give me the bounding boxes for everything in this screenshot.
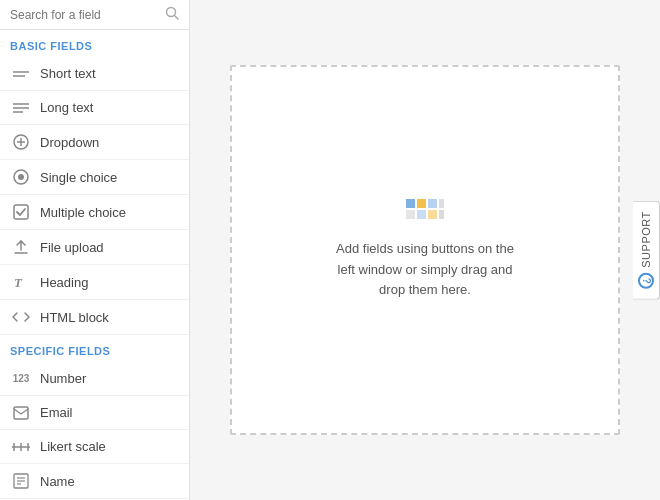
svg-line-1 [175,16,179,20]
number-icon: 123 [10,373,32,384]
long-text-icon [10,102,32,114]
email-label: Email [40,405,73,420]
svg-rect-28 [406,210,415,219]
name-label: Name [40,474,75,489]
heading-icon: T [10,274,32,290]
field-item-multiple-choice[interactable]: Multiple choice [0,195,189,230]
specific-fields-label: SPECIFIC FIELDS [0,335,189,362]
svg-rect-29 [417,210,426,219]
drop-zone-text: Add fields using buttons on the left win… [336,239,514,301]
html-block-icon [10,309,32,325]
basic-fields-label: BASIC FIELDS [0,30,189,57]
multiple-choice-label: Multiple choice [40,205,126,220]
heading-label: Heading [40,275,88,290]
drop-zone: Add fields using buttons on the left win… [230,65,620,435]
search-input[interactable] [10,8,165,22]
field-item-likert-scale[interactable]: Likert scale [0,430,189,464]
file-upload-icon [10,239,32,255]
multiple-choice-icon [10,204,32,220]
support-label: SUPPORT [640,211,652,267]
field-item-single-choice[interactable]: Single choice [0,160,189,195]
field-item-dropdown[interactable]: Dropdown [0,125,189,160]
short-text-icon [10,69,32,79]
single-choice-icon [10,169,32,185]
svg-rect-31 [439,210,444,219]
field-item-heading[interactable]: T Heading [0,265,189,300]
single-choice-label: Single choice [40,170,117,185]
short-text-label: Short text [40,66,96,81]
search-icon [165,6,179,23]
likert-scale-label: Likert scale [40,439,106,454]
name-icon [10,473,32,489]
svg-text:T: T [14,275,23,290]
field-item-file-upload[interactable]: File upload [0,230,189,265]
field-item-html-block[interactable]: HTML block [0,300,189,335]
drop-text-line2: left window or simply drag and [338,262,513,277]
html-block-label: HTML block [40,310,109,325]
number-label: Number [40,371,86,386]
field-item-short-text[interactable]: Short text [0,57,189,91]
svg-rect-26 [428,199,437,208]
canvas-area: Add fields using buttons on the left win… [190,0,660,500]
field-item-email[interactable]: Email [0,396,189,430]
svg-point-11 [18,174,24,180]
likert-scale-icon [10,442,32,452]
field-item-number[interactable]: 123 Number [0,362,189,396]
svg-rect-30 [428,210,437,219]
drop-text-line1: Add fields using buttons on the [336,241,514,256]
field-item-long-text[interactable]: Long text [0,91,189,125]
right-panel: Add fields using buttons on the left win… [190,0,660,500]
support-circle-icon: ? [638,273,654,289]
svg-rect-24 [406,199,415,208]
long-text-label: Long text [40,100,94,115]
svg-rect-27 [439,199,444,208]
svg-rect-25 [417,199,426,208]
search-bar [0,0,189,30]
drop-text-line3: drop them here. [379,282,471,297]
file-upload-label: File upload [40,240,104,255]
left-panel: BASIC FIELDS Short text Long text Dropdo… [0,0,190,500]
dropdown-label: Dropdown [40,135,99,150]
dropdown-icon [10,134,32,150]
email-icon [10,406,32,420]
support-tab[interactable]: ? SUPPORT [633,200,660,299]
svg-rect-15 [14,407,28,419]
fields-list: BASIC FIELDS Short text Long text Dropdo… [0,30,189,500]
drop-zone-icon [406,199,444,227]
field-item-name[interactable]: Name [0,464,189,499]
